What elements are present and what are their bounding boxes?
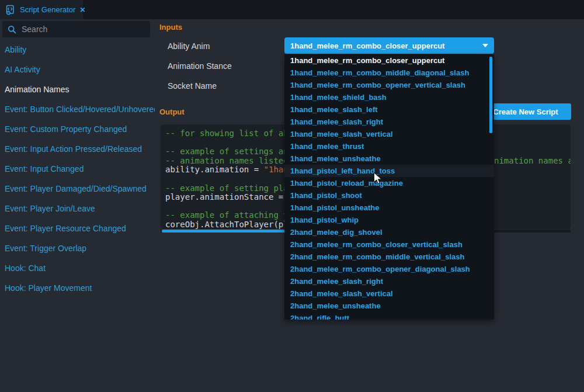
dropdown-option[interactable]: 1hand_melee_rm_combo_closer_uppercut	[284, 54, 494, 67]
sidebar-item[interactable]: Hook: Chat	[0, 258, 155, 278]
sidebar-item[interactable]: Event: Custom Property Changed	[0, 119, 155, 139]
code-segment: -- example of settings ani	[165, 147, 293, 156]
dropdown-option[interactable]: 1hand_melee_rm_combo_middle_diagonal_sla…	[284, 67, 494, 79]
dropdown-option[interactable]: 1hand_pistol_unsheathe	[284, 202, 494, 214]
sidebar-item[interactable]: Hook: Player Movement	[0, 278, 155, 298]
dropdown-option[interactable]: 2hand_melee_slash_right	[284, 275, 494, 287]
dropdown-option[interactable]: 2hand_melee_rm_combo_opener_diagonal_sla…	[284, 263, 494, 275]
sidebar-item[interactable]: Ability	[0, 40, 155, 60]
code-segment: -- example of attaching to	[165, 210, 293, 220]
category-list: AbilityAI ActivityAnimation NamesEvent: …	[0, 40, 155, 298]
tab-script-generator[interactable]: Script Generator ✕	[0, 0, 83, 19]
dropdown-option[interactable]: 1hand_pistol_shoot	[284, 189, 494, 202]
ability-anim-dropdown-value: 1hand_melee_rm_combo_closer_uppercut	[290, 41, 479, 50]
search-input[interactable]	[20, 24, 145, 34]
dropdown-option[interactable]: 2hand_melee_unsheathe	[284, 300, 494, 312]
code-segment: -- animation names listed	[165, 156, 288, 165]
tab-title: Script Generator	[20, 5, 75, 14]
dropdown-option[interactable]: 1hand_pistol_reload_magazine	[284, 177, 494, 189]
search-box[interactable]	[2, 21, 150, 37]
dropdown-option[interactable]: 1hand_melee_slash_right	[284, 116, 494, 128]
search-icon	[8, 25, 16, 34]
code-segment: nimation names a	[494, 157, 571, 166]
dropdown-option[interactable]: 1hand_melee_shield_bash	[284, 91, 494, 103]
code-segment: player.animationStance =	[165, 192, 288, 202]
sidebar-item[interactable]: AI Activity	[0, 60, 155, 79]
dropdown-option[interactable]: 1hand_pistol_whip	[284, 214, 494, 226]
sidebar-item[interactable]: Animation Names	[0, 79, 155, 99]
script-generator-icon	[5, 5, 16, 15]
code-segment: ability.animation =	[165, 165, 264, 174]
dropdown-option[interactable]: 2hand_melee_rm_combo_middle_vertical_sla…	[284, 251, 494, 263]
code-segment: -- for showing list of abi	[165, 129, 293, 138]
sidebar-item[interactable]: Event: Input Changed	[0, 159, 155, 179]
dropdown-option[interactable]: 1hand_melee_rm_combo_opener_vertical_sla…	[284, 79, 494, 91]
sidebar-item[interactable]: Event: Input Action Pressed/Released	[0, 139, 155, 159]
ability-anim-dropdown-list: 1hand_melee_rm_combo_closer_uppercut1han…	[284, 54, 494, 320]
dropdown-option[interactable]: 1hand_melee_unsheathe	[284, 152, 494, 165]
dropdown-scrollbar-thumb[interactable]	[489, 57, 492, 133]
dropdown-option[interactable]: 1hand_melee_thrust	[284, 140, 494, 152]
dropdown-option[interactable]: 2hand_melee_rm_combo_closer_vertical_sla…	[284, 238, 494, 251]
ability-anim-label: Ability Anim	[168, 41, 210, 51]
dropdown-option[interactable]: 1hand_melee_slash_left	[284, 103, 494, 116]
ability-anim-dropdown[interactable]: 1hand_melee_rm_combo_closer_uppercut	[284, 37, 494, 54]
dropdown-option[interactable]: 2hand_melee_dig_shovel	[284, 226, 494, 238]
dropdown-option[interactable]: 2hand_melee_slash_vertical	[284, 287, 494, 300]
animation-stance-label: Animation Stance	[168, 61, 232, 71]
socket-name-label: Socket Name	[168, 81, 217, 91]
inputs-header: Inputs	[159, 23, 182, 32]
dropdown-option[interactable]: 1hand_melee_slash_vertical	[284, 128, 494, 140]
sidebar-item[interactable]: Event: Player Resource Changed	[0, 218, 155, 238]
sidebar-item[interactable]: Event: Trigger Overlap	[0, 238, 155, 258]
sidebar-item[interactable]: Event: Button Clicked/Hovered/Unhovered	[0, 99, 155, 119]
chevron-down-icon	[482, 44, 488, 47]
sidebar-item[interactable]: Event: Player Join/Leave	[0, 199, 155, 218]
dropdown-option[interactable]: 1hand_pistol_left_hand_toss	[284, 165, 494, 177]
code-segment: -- example of setting play	[165, 183, 293, 193]
output-header: Output	[159, 107, 185, 116]
sidebar-item[interactable]: Event: Player Damaged/Died/Spawned	[0, 179, 155, 199]
dropdown-option[interactable]: 2hand_rifle_butt	[284, 312, 494, 320]
tab-bar: Script Generator ✕	[0, 0, 584, 19]
tab-close-icon[interactable]: ✕	[79, 6, 85, 14]
code-segment: coreObj.AttachToPlayer(pla	[165, 220, 293, 229]
